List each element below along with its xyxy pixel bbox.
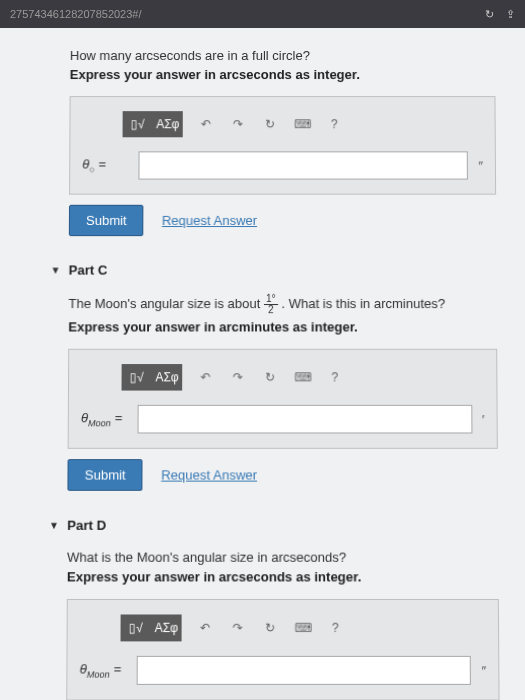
help-button[interactable]: ? [319,111,349,137]
partC-answer-input[interactable] [138,405,472,434]
partC-answer-box: ▯√ ΑΣφ ↶ ↷ ↻ ⌨ ? θMoon = ′ [68,349,498,449]
partB-submit-button[interactable]: Submit [69,205,144,236]
toolbar-group-dark: ▯√ ΑΣφ [123,111,183,137]
undo-button[interactable]: ↶ [190,614,221,641]
partC-header[interactable]: ▼ Part C [69,262,497,277]
redo-button[interactable]: ↷ [223,364,253,391]
partC-input-row: θMoon = ′ [81,405,485,434]
partC-actions: Submit Request Answer [67,459,498,491]
collapse-caret-icon[interactable]: ▼ [49,520,59,531]
help-button[interactable]: ? [320,614,351,641]
undo-button[interactable]: ↶ [190,364,220,391]
help-button[interactable]: ? [320,364,350,391]
keyboard-button[interactable]: ⌨ [287,364,317,391]
collapse-caret-icon[interactable]: ▼ [50,264,60,275]
formula-toolbar: ▯√ ΑΣφ ↶ ↷ ↻ ⌨ ? [123,111,483,137]
reset-button[interactable]: ↻ [255,111,285,137]
greek-button[interactable]: ΑΣφ [153,111,183,137]
partC-unit: ′ [482,412,485,427]
share-icon[interactable]: ⇪ [506,8,515,21]
partB-input-row: θ○ = ″ [82,151,483,179]
url-fragment: 27574346128207852023#/ [10,8,142,20]
keyboard-button[interactable]: ⌨ [287,111,317,137]
partD-header[interactable]: ▼ Part D [67,518,498,533]
greek-button[interactable]: ΑΣφ [152,364,182,391]
toolbar-group-dark: ▯√ ΑΣφ [121,614,182,641]
fraction-icon: 1° 2 [264,294,278,315]
formula-toolbar: ▯√ ΑΣφ ↶ ↷ ↻ ⌨ ? [121,614,486,641]
partD-question: What is the Moon's angular size in arcse… [67,549,499,564]
partD-input-row: θMoon = ″ [80,656,487,685]
template-button[interactable]: ▯√ [122,364,152,391]
partB-question: How many arcseconds are in a full circle… [70,48,495,63]
browser-action-icons: ↻ ⇪ [485,8,515,21]
partC-variable-label: θMoon = [81,410,132,428]
refresh-icon[interactable]: ↻ [485,8,494,21]
partC-submit-button[interactable]: Submit [67,459,143,491]
template-button[interactable]: ▯√ [123,111,153,137]
partB-answer-box: ▯√ ΑΣφ ↶ ↷ ↻ ⌨ ? θ○ = ″ [69,96,496,195]
keyboard-button[interactable]: ⌨ [287,614,318,641]
page-content: How many arcseconds are in a full circle… [0,28,525,700]
partD-title: Part D [67,518,106,533]
partB-answer-input[interactable] [138,151,468,179]
partD-answer-box: ▯√ ΑΣφ ↶ ↷ ↻ ⌨ ? θMoon = ″ [66,599,499,700]
reset-button[interactable]: ↻ [255,364,285,391]
partB-variable-label: θ○ = [82,157,132,175]
template-button[interactable]: ▯√ [121,614,152,641]
redo-button[interactable]: ↷ [222,614,253,641]
partD-answer-input[interactable] [137,656,472,685]
partB-instruction: Express your answer in arcseconds as int… [70,67,496,82]
partC-request-answer-link[interactable]: Request Answer [161,467,257,482]
undo-button[interactable]: ↶ [191,111,221,137]
partC-question: The Moon's angular size is about 1° 2 . … [68,294,497,315]
browser-address-bar: 27574346128207852023#/ ↻ ⇪ [0,0,525,28]
partD-variable-label: θMoon = [80,661,131,679]
partB-unit: ″ [478,158,483,173]
redo-button[interactable]: ↷ [223,111,253,137]
formula-toolbar: ▯√ ΑΣφ ↶ ↷ ↻ ⌨ ? [122,364,485,391]
partD-unit: ″ [481,663,486,679]
toolbar-group-dark: ▯√ ΑΣφ [122,364,183,391]
partD-instruction: Express your answer in arcseconds as int… [67,569,499,584]
partB-request-answer-link[interactable]: Request Answer [162,213,257,228]
reset-button[interactable]: ↻ [255,614,286,641]
greek-button[interactable]: ΑΣφ [151,614,182,641]
partB-actions: Submit Request Answer [69,205,497,236]
partC-instruction: Express your answer in arcminutes as int… [68,319,497,334]
partC-title: Part C [69,262,108,277]
